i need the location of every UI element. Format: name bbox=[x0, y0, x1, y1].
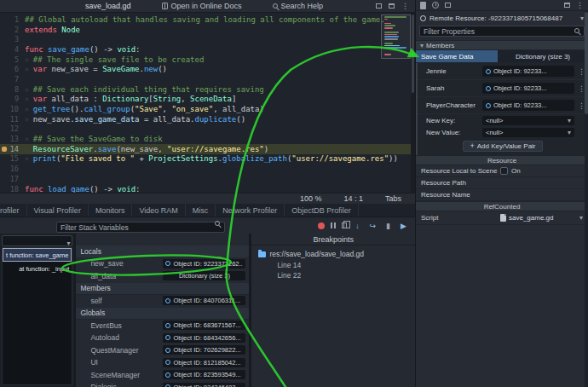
variable-value[interactable]: Object ID: 840706311... bbox=[163, 296, 245, 305]
code-line[interactable]: 8»## Save each individual thing that req… bbox=[0, 84, 415, 95]
new-key-value[interactable]: <null> bbox=[482, 116, 574, 125]
variable-value[interactable]: Object ID: 812185042... bbox=[163, 358, 245, 367]
tab-visual-profiler[interactable]: Visual Profiler bbox=[27, 204, 89, 217]
tab-video-ram[interactable]: Video RAM bbox=[132, 204, 185, 217]
stack-section-header[interactable]: Globals bbox=[76, 308, 249, 321]
stack-section-header[interactable]: Members bbox=[76, 283, 249, 296]
variable-value[interactable]: Object ID: 702629822... bbox=[163, 345, 245, 355]
float-window-icon[interactable] bbox=[376, 3, 382, 9]
remote-resource-row[interactable]: Remote Resource: -9223371805715068487 bbox=[416, 11, 588, 25]
code-line[interactable]: 12 bbox=[0, 124, 415, 135]
open-online-docs-button[interactable]: Open in Online Docs bbox=[162, 2, 242, 10]
checkbox-icon[interactable] bbox=[500, 167, 508, 175]
code-line[interactable]: 16 bbox=[0, 164, 415, 174]
code-line[interactable]: 9»var all_data : Dictionary[String, Scen… bbox=[0, 95, 415, 105]
stack-variable-row[interactable]: UIObject ID: 812185042... bbox=[76, 357, 249, 370]
kebab-menu-icon[interactable] bbox=[401, 2, 409, 10]
code-line[interactable]: 11»new_save.save_game_data = all_data.du… bbox=[0, 114, 415, 124]
code-line[interactable]: 6»var new_save = SaveGame.new() bbox=[0, 64, 415, 74]
stack-variable-row[interactable]: SceneManagerObject ID: 823593549... bbox=[76, 369, 249, 382]
stack-variable-row[interactable]: all_dataDictionary (size 3) bbox=[76, 270, 249, 283]
members-section-header[interactable]: Members bbox=[416, 40, 588, 50]
breakpoint-file-row[interactable]: res://save_load/save_load.gd bbox=[251, 249, 415, 260]
tab-misc[interactable]: Misc bbox=[186, 204, 216, 217]
code-line[interactable]: 4func save_game() -> void: bbox=[0, 44, 415, 55]
stack-section-header[interactable]: Locals bbox=[76, 245, 249, 258]
history-icon[interactable] bbox=[432, 2, 439, 9]
step-over-icon[interactable] bbox=[368, 221, 378, 230]
code-line[interactable]: 10»get_tree().call_group("Save", "on_sav… bbox=[0, 104, 415, 114]
code-line[interactable]: 5»## The single save file to be created bbox=[0, 55, 415, 65]
tab-objectdb-profiler[interactable]: ObjectDB Profiler bbox=[285, 204, 359, 217]
load-resource-icon[interactable] bbox=[445, 3, 451, 8]
inspector-scrollbar[interactable] bbox=[585, 11, 588, 387]
editor-scrollbar-thumb[interactable] bbox=[412, 14, 414, 93]
dictionary-entry-row[interactable]: PlayerCharacterObject ID: 92233... bbox=[418, 97, 588, 114]
filter-properties-input[interactable] bbox=[419, 26, 585, 37]
breakpoint-line-item[interactable]: Line 14 bbox=[251, 260, 415, 271]
record-icon[interactable] bbox=[318, 222, 325, 229]
refcounted-section-header[interactable]: RefCounted bbox=[416, 201, 588, 211]
tab-network-profiler[interactable]: Network Profiler bbox=[216, 204, 285, 217]
code-line[interactable]: 3 bbox=[0, 34, 415, 44]
dictionary-value[interactable]: Object ID: 92233... bbox=[482, 83, 574, 94]
dictionary-entry-row[interactable]: SarahObject ID: 92233... bbox=[418, 80, 588, 97]
code-line[interactable]: 14»ResourceSaver.save(new_save, "user://… bbox=[0, 144, 415, 154]
indent-mode[interactable]: Tabs bbox=[385, 194, 401, 203]
code-line[interactable]: 13»## Save the SaveGame to disk bbox=[0, 134, 415, 144]
breakpoint-line-item[interactable]: Line 22 bbox=[251, 270, 415, 281]
step-into-icon[interactable] bbox=[353, 221, 362, 230]
panel-layout-icon[interactable] bbox=[389, 3, 395, 9]
variable-value[interactable]: Dictionary (size 3) bbox=[163, 271, 245, 280]
extra-resource-icon[interactable] bbox=[564, 3, 570, 8]
stack-variable-row[interactable]: AutoloadObject ID: 684342656... bbox=[76, 332, 249, 345]
new-resource-icon[interactable] bbox=[420, 2, 426, 9]
inspector-scrollbar-thumb[interactable] bbox=[585, 12, 588, 114]
variable-value[interactable]: Object ID: 9223372262... bbox=[163, 259, 245, 269]
script-editor[interactable]: 1## Global autoload that handles saving … bbox=[0, 13, 415, 193]
break-icon[interactable] bbox=[383, 221, 393, 230]
tab-monitors[interactable]: Monitors bbox=[89, 204, 133, 217]
search-help-button[interactable]: Search Help bbox=[273, 2, 324, 10]
stack-variable-row[interactable]: EventBusObject ID: 683671567... bbox=[76, 320, 249, 332]
thread-dropdown[interactable] bbox=[2, 235, 72, 246]
stack-variable-row[interactable]: DialogicObject ID: 824246483... bbox=[76, 382, 249, 387]
stack-variable-row[interactable]: QuestManagerObject ID: 702629822... bbox=[76, 344, 249, 357]
add-key-value-pair-button[interactable]: Add Key/Value Pair bbox=[463, 141, 542, 152]
tab-profiler[interactable]: Profiler bbox=[0, 204, 27, 217]
variable-value[interactable]: Object ID: 823593549... bbox=[163, 370, 245, 379]
variable-value[interactable]: Object ID: 684342656... bbox=[163, 333, 245, 343]
resource-section-header[interactable]: Resource bbox=[416, 155, 588, 165]
code-line[interactable]: 1## Global autoload that handles saving … bbox=[0, 14, 415, 25]
script-value[interactable]: save_game.gd bbox=[498, 211, 588, 224]
pause-icon[interactable] bbox=[331, 222, 336, 228]
resource-path-value[interactable] bbox=[498, 177, 588, 188]
new-value-value[interactable]: <null> bbox=[482, 128, 574, 137]
dictionary-value[interactable]: Object ID: 92233... bbox=[482, 66, 574, 77]
save-game-data-row[interactable]: Save Game Data Dictionary (size 3) bbox=[416, 50, 588, 63]
filter-stack-variables-input[interactable] bbox=[56, 222, 225, 233]
save-game-data-value[interactable]: Dictionary (size 3) bbox=[498, 50, 588, 62]
code-line[interactable]: 2extends Node bbox=[0, 25, 415, 35]
dictionary-entry-row[interactable]: JennieObject ID: 92233... bbox=[418, 63, 588, 80]
code-line[interactable]: 18func load_game() -> void: bbox=[0, 184, 415, 193]
dictionary-value[interactable]: Object ID: 92233... bbox=[482, 100, 574, 111]
continue-icon[interactable] bbox=[399, 221, 408, 230]
stack-variable-row[interactable]: selfObject ID: 840706311... bbox=[76, 295, 249, 308]
code-line[interactable]: 17 bbox=[0, 174, 415, 184]
code-line[interactable]: 15»print("File saved to " + ProjectSetti… bbox=[0, 154, 415, 165]
stack-frame-item[interactable]: t function: save_game bbox=[3, 248, 72, 262]
code-line[interactable]: 7 bbox=[0, 74, 415, 84]
stack-variable-row[interactable]: new_saveObject ID: 9223372262... bbox=[76, 258, 249, 271]
minimap[interactable] bbox=[384, 16, 407, 56]
copy-error-icon[interactable] bbox=[342, 222, 347, 228]
kebab-menu-icon[interactable] bbox=[576, 1, 584, 9]
chevron-down-icon[interactable] bbox=[580, 14, 584, 22]
variable-value[interactable]: Object ID: 824246483... bbox=[163, 383, 245, 387]
resource-name-value[interactable] bbox=[498, 189, 588, 200]
zoom-level[interactable]: 100 % bbox=[300, 194, 322, 203]
variable-value[interactable]: Object ID: 683671567... bbox=[163, 321, 245, 330]
save-game-data-label[interactable]: Save Game Data bbox=[416, 50, 498, 62]
stack-frame-item[interactable]: at function: _input bbox=[3, 262, 72, 275]
execution-breakpoint-marker[interactable] bbox=[0, 147, 8, 152]
